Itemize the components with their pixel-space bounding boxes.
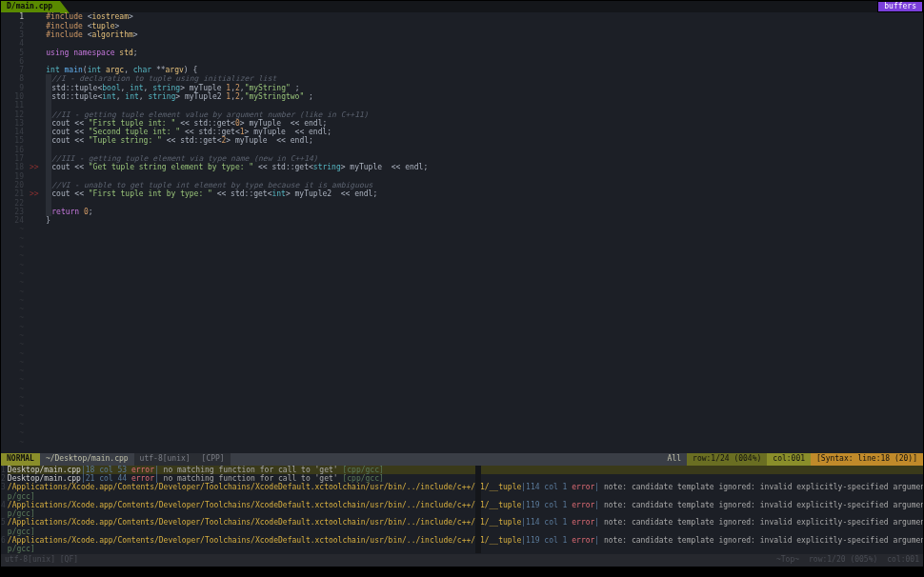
col-indicator: col:001 bbox=[767, 453, 811, 465]
row-indicator: row:1/24 (004%) bbox=[687, 453, 767, 465]
tab-main-cpp[interactable]: D/main.cpp bbox=[1, 1, 60, 12]
quickfix-status-col: col:001 bbox=[887, 556, 919, 567]
editor-window: D/main.cpp buffers 123456789101112131415… bbox=[0, 0, 924, 577]
file-path: ~/Desktop/main.cpp bbox=[40, 453, 134, 465]
filetype-indicator: [CPP] bbox=[196, 453, 231, 465]
quickfix-status-left: utf-8[unix] [QF] bbox=[5, 556, 78, 567]
line-number-gutter: 123456789101112131415161718192021222324~… bbox=[1, 12, 28, 453]
quickfix-body[interactable]: Desktop/main.cpp|18 col 53 error| no mat… bbox=[8, 466, 923, 554]
scroll-indicator: All bbox=[662, 453, 687, 465]
quickfix-status-top: ~Top~ bbox=[776, 556, 799, 567]
syntax-indicator: [Syntax: line:18 (20)] bbox=[811, 453, 923, 465]
buffers-badge[interactable]: buffers bbox=[877, 1, 923, 12]
status-bar: NORMAL ~/Desktop/main.cpp utf-8[unix] [C… bbox=[1, 453, 923, 465]
tab-bar: D/main.cpp buffers bbox=[1, 1, 923, 12]
code-editor[interactable]: 123456789101112131415161718192021222324~… bbox=[1, 12, 923, 453]
encoding-indicator: utf-8[unix] bbox=[134, 453, 196, 465]
mode-indicator: NORMAL bbox=[1, 453, 40, 465]
tab-label: D/main.cpp bbox=[7, 2, 52, 10]
quickfix-pane[interactable]: 123456 Desktop/main.cpp|18 col 53 error|… bbox=[1, 466, 923, 567]
pane-splitter[interactable] bbox=[475, 466, 481, 553]
code-body[interactable]: #include <iostream> #include <tuple> #in… bbox=[28, 12, 923, 453]
command-line[interactable] bbox=[1, 567, 923, 576]
quickfix-status-bar: utf-8[unix] [QF] ~Top~ row:1/20 (005%) c… bbox=[1, 554, 923, 567]
quickfix-status-row: row:1/20 (005%) bbox=[809, 556, 877, 567]
quickfix-gutter: 123456 bbox=[1, 466, 8, 554]
